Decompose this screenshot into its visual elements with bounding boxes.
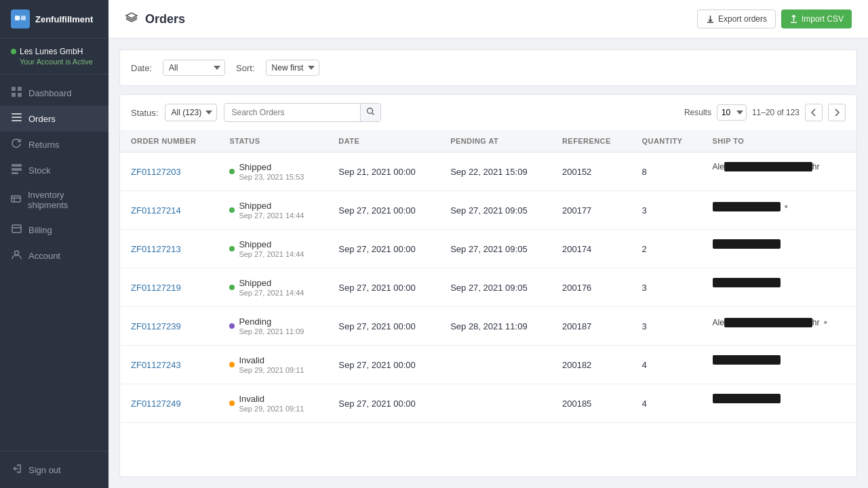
order-number-value[interactable]: ZF01127239: [131, 321, 181, 331]
table-row[interactable]: ZF01127249 Invalid Sep 29, 2021 09:11 Se…: [120, 384, 856, 423]
cell-status: Invalid Sep 29, 2021 09:11: [218, 384, 328, 423]
status-filter-select[interactable]: All (123) Shipped Pending Invalid: [165, 104, 217, 121]
export-orders-button[interactable]: Export orders: [697, 9, 776, 28]
status-name: Invalid: [239, 355, 304, 365]
reference-value: 200187: [562, 321, 591, 331]
cell-order-number: ZF01127243: [120, 346, 218, 384]
cell-date: Sep 21, 2021 00:00: [328, 152, 439, 191]
col-header-ship-to: SHIP TO: [702, 130, 856, 152]
orders-table: ORDER NUMBER STATUS DATE PENDING AT REFE…: [120, 130, 856, 423]
table-row[interactable]: ZF01127214 Shipped Sep 27, 2021 14:44 Se…: [120, 191, 856, 230]
redacted-ship-to: [713, 355, 781, 365]
quantity-value: 3: [642, 205, 647, 216]
prev-page-button[interactable]: [805, 104, 823, 121]
cell-ship-to: [702, 384, 856, 413]
cell-quantity: 3: [631, 268, 702, 307]
cell-ship-to: [702, 268, 856, 297]
table-row[interactable]: ZF01127203 Shipped Sep 23, 2021 15:53 Se…: [120, 152, 856, 191]
results-per-page-select[interactable]: 10 25 50: [717, 104, 747, 121]
reference-value: 200182: [562, 360, 591, 370]
col-header-date: DATE: [328, 130, 439, 152]
cell-status: Invalid Sep 29, 2021 09:11: [218, 346, 328, 384]
cell-pending-at: [439, 384, 551, 423]
sort-filter-select[interactable]: New first Old first: [266, 60, 319, 76]
svg-rect-9: [12, 120, 22, 121]
returns-icon: [11, 138, 22, 150]
date-value: Sep 21, 2021 00:00: [338, 167, 416, 177]
ship-to-text: Ale: [713, 318, 724, 327]
cell-quantity: 3: [631, 307, 702, 346]
svg-rect-6: [18, 93, 22, 97]
cell-date: Sep 27, 2021 00:00: [328, 268, 439, 307]
order-number-value[interactable]: ZF01127214: [131, 205, 181, 216]
order-number-value[interactable]: ZF01127249: [131, 399, 181, 409]
order-number-value[interactable]: ZF01127203: [131, 167, 181, 177]
account-status: Your Account is Active: [11, 58, 98, 66]
reference-value: 200177: [562, 205, 591, 216]
main-content: Orders Export orders Import CSV Date: Al…: [108, 0, 868, 488]
table-row[interactable]: ZF01127243 Invalid Sep 29, 2021 09:11 Se…: [120, 346, 856, 384]
reference-value: 200185: [562, 399, 591, 409]
redacted-ship-to: [724, 318, 812, 327]
sidebar-item-sign-out[interactable]: Sign out: [0, 457, 108, 483]
status-date: Sep 23, 2021 15:53: [239, 173, 304, 181]
sidebar-item-account[interactable]: Account: [0, 243, 108, 268]
sidebar-item-returns[interactable]: Returns: [0, 131, 108, 157]
date-filter-select[interactable]: All Today This week This month: [163, 60, 225, 76]
redacted-ship-to: [713, 394, 781, 403]
logo-area: Zenfulfillment: [0, 0, 108, 39]
sidebar-item-dashboard[interactable]: Dashboard: [0, 80, 108, 106]
results-label: Results: [684, 108, 711, 117]
cell-quantity: 3: [631, 191, 702, 230]
sort-filter-label: Sort:: [236, 63, 254, 73]
sidebar-item-orders[interactable]: Orders: [0, 106, 108, 131]
status-badge: Shipped Sep 23, 2021 15:53: [229, 162, 317, 181]
pending-at-value: Sep 27, 2021 09:05: [450, 283, 528, 293]
chevron-right-icon: [834, 108, 840, 117]
cell-date: Sep 27, 2021 00:00: [328, 346, 439, 384]
search-icon: [366, 107, 375, 116]
redacted-ship-to: [724, 162, 812, 171]
page-title: Orders: [145, 12, 185, 26]
quantity-value: 2: [642, 244, 647, 254]
sidebar-item-billing[interactable]: Billing: [0, 217, 108, 243]
logo-icon: [11, 9, 30, 28]
status-badge: Shipped Sep 27, 2021 14:44: [229, 239, 317, 258]
sidebar-item-stock[interactable]: Stock: [0, 157, 108, 183]
table-row[interactable]: ZF01127239 Pending Sep 28, 2021 11:09 Se…: [120, 307, 856, 346]
pending-at-value: Sep 28, 2021 11:09: [450, 321, 528, 331]
order-number-value[interactable]: ZF01127213: [131, 244, 181, 254]
cell-ship-to: [702, 346, 856, 374]
svg-rect-4: [18, 87, 22, 91]
ship-to-text: Ale: [713, 162, 724, 171]
order-number-value[interactable]: ZF01127243: [131, 360, 181, 370]
search-input[interactable]: [224, 104, 360, 121]
date-value: Sep 27, 2021 00:00: [338, 283, 416, 293]
status-dot: [229, 285, 235, 290]
next-page-button[interactable]: [828, 104, 846, 121]
cell-pending-at: Sep 27, 2021 09:05: [439, 230, 551, 268]
ship-to-suffix: hr: [812, 318, 820, 327]
col-header-reference: REFERENCE: [551, 130, 631, 152]
table-row[interactable]: ZF01127213 Shipped Sep 27, 2021 14:44 Se…: [120, 230, 856, 268]
sidebar-item-label: Inventory shipments: [28, 190, 98, 210]
export-icon: [706, 15, 715, 24]
status-name: Shipped: [239, 278, 304, 288]
cell-reference: 200174: [551, 230, 631, 268]
sidebar-item-label: Orders: [28, 114, 56, 124]
order-number-value[interactable]: ZF01127219: [131, 283, 181, 293]
account-icon: [11, 249, 22, 262]
sidebar-bottom: Sign out: [0, 451, 108, 488]
import-csv-button[interactable]: Import CSV: [781, 9, 852, 28]
sidebar-item-inventory-shipments[interactable]: Inventory shipments: [0, 183, 108, 217]
status-info: Shipped Sep 27, 2021 14:44: [239, 239, 304, 258]
table-row[interactable]: ZF01127219 Shipped Sep 27, 2021 14:44 Se…: [120, 268, 856, 307]
cell-reference: 200187: [551, 307, 631, 346]
ship-to-suffix: hr: [812, 162, 820, 171]
cell-reference: 200176: [551, 268, 631, 307]
svg-rect-13: [12, 196, 20, 202]
status-info: Pending Sep 28, 2021 11:09: [239, 317, 304, 336]
col-header-quantity: QUANTITY: [631, 130, 702, 152]
search-button[interactable]: [360, 104, 380, 121]
cell-ship-to: Alehr•: [702, 307, 856, 338]
